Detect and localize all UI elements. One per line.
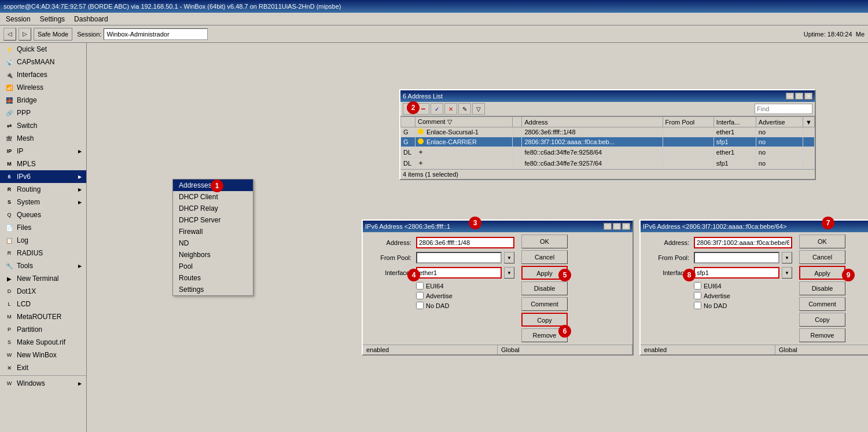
dialog1-copy-btn[interactable]: Copy [521,313,568,327]
dialog2-apply-btn[interactable]: Apply [799,266,845,280]
sidebar-item-new-winbox[interactable]: W New WinBox [0,349,86,361]
comment-button[interactable]: ✎ [458,103,471,115]
forward-button[interactable]: ▷ [19,28,31,41]
dialog1-pool-dropdown[interactable]: ▼ [504,252,514,263]
sidebar-item-dot1x[interactable]: D Dot1X [0,285,86,298]
dialog2-cancel-btn[interactable]: Cancel [799,250,845,264]
dialog1-ok-btn[interactable]: OK [521,235,568,248]
dialog1-nodad-check[interactable] [416,302,424,309]
safe-mode-button[interactable]: Safe Mode [34,28,72,41]
dialog2-iface-input[interactable] [694,267,779,279]
dialog1-close[interactable]: ✕ [622,223,630,230]
dialog2-nodad-check[interactable] [694,302,701,309]
sidebar-item-log[interactable]: 📋 Log [0,234,86,247]
dialog1-pool-input[interactable] [416,252,502,263]
sidebar-item-metarouter[interactable]: M MetaROUTER [0,310,86,323]
dialog2-copy-btn[interactable]: Copy [799,313,845,327]
dialog2-inner: Address: From Pool: ▼ Interface: ▼ [641,232,868,345]
row-advertise: no [756,127,803,137]
table-row[interactable]: DL ✦ fe80::c6ad:34ffe7e:9258/64 ether1 n… [401,147,815,158]
dialog1-remove-btn[interactable]: Remove [521,328,568,342]
sidebar-item-routing[interactable]: R Routing ▶ [0,183,86,196]
sidebar-item-lcd[interactable]: L LCD [0,298,86,310]
dialog2-advertise-check[interactable] [694,292,701,299]
sidebar-item-windows[interactable]: W Windows ▶ [0,377,86,390]
col-advertise[interactable]: Advertise [756,117,803,127]
dialog2-disable-btn[interactable]: Disable [799,281,845,295]
col-interface[interactable]: Interfa... [713,117,756,127]
dropdown-item-firewall[interactable]: Firewall [173,226,253,237]
sidebar-item-exit[interactable]: ✕ Exit [0,361,86,374]
col-address[interactable]: Address [522,117,663,127]
dropdown-item-routes[interactable]: Routes [173,272,253,284]
sidebar-item-bridge[interactable]: 🌉 Bridge [0,94,86,107]
sidebar-item-ipv6[interactable]: 6 IPv6 ▶ [0,170,86,183]
sidebar-item-files[interactable]: 📄 Files [0,221,86,234]
dialog1-minimize[interactable]: ─ [604,223,612,230]
maximize-button[interactable]: □ [795,93,803,100]
dropdown-item-settings[interactable]: Settings [173,284,253,295]
menu-dashboard[interactable]: Dashboard [72,14,111,24]
col-from-pool[interactable]: From Pool [663,117,713,127]
minimize-button[interactable]: ─ [786,93,794,100]
dialog1-address-input[interactable] [416,237,514,248]
session-input[interactable] [104,28,208,40]
search-input[interactable] [755,104,812,114]
dialog2-address-input[interactable] [694,237,792,248]
dropdown-item-dhcp-server[interactable]: DHCP Server [173,214,253,226]
dialog2-pool-dropdown[interactable]: ▼ [782,252,792,263]
dropdown-item-addresses[interactable]: Addresses [173,180,253,191]
sidebar-item-capsman[interactable]: 📡 CAPsMAAN [0,56,86,68]
sidebar-item-new-terminal[interactable]: ▶ New Terminal [0,272,86,285]
sidebar-item-ppp[interactable]: 🔗 PPP [0,107,86,119]
dialog2-remove-btn[interactable]: Remove [799,328,845,342]
sidebar-item-ip[interactable]: IP IP ▶ [0,145,86,158]
dialog2-ok-btn[interactable]: OK [799,235,845,248]
dropdown-item-nd[interactable]: ND [173,237,253,249]
table-row[interactable]: DL ✦ fe80::c6ad:34ffe7e:9257/64 sfp1 no [401,158,815,169]
dropdown-item-pool[interactable]: Pool [173,261,253,272]
sidebar-item-wireless[interactable]: 📶 Wireless [0,81,86,94]
dialog1-advertise-check[interactable] [416,292,424,299]
sidebar-item-switch[interactable]: ⇄ Switch [0,119,86,132]
enable-button[interactable]: ✓ [431,103,443,115]
col-comment[interactable]: Comment ▽ [415,117,513,127]
sidebar-item-make-supout[interactable]: S Make Supout.rif [0,336,86,349]
dialog1-eui64-check[interactable] [416,282,424,290]
sidebar-item-partition[interactable]: P Partition [0,323,86,336]
dialog1-disable-btn[interactable]: Disable [521,281,568,295]
sidebar-item-radius[interactable]: R RADIUS [0,247,86,259]
dialog1-iface-input[interactable] [416,267,502,279]
wireless-icon: 📶 [5,83,14,92]
dropdown-item-dhcp-relay[interactable]: DHCP Relay [173,203,253,214]
dialog1-apply-btn[interactable]: Apply [521,266,568,280]
dialog1-status-enabled: enabled [363,345,498,354]
sidebar-item-system[interactable]: S System ▶ [0,196,86,208]
dialog2-iface-dropdown[interactable]: ▼ [782,267,792,279]
dialog2-comment-btn[interactable]: Comment [799,297,845,311]
sidebar-item-queues[interactable]: Q Queues [0,208,86,221]
dialog1-maximize[interactable]: □ [613,223,621,230]
dialog2-eui64-check[interactable] [694,282,701,290]
disable-button[interactable]: ✕ [444,103,457,115]
dropdown-item-neighbors[interactable]: Neighbors [173,249,253,261]
dropdown-item-dhcp-client[interactable]: DHCP Client [173,191,253,203]
back-button[interactable]: ◁ [3,28,16,41]
remove-button[interactable]: − [417,103,429,115]
close-button[interactable]: ✕ [804,93,812,100]
filter-button[interactable]: ▽ [472,103,485,115]
add-button[interactable]: + [403,103,415,115]
dialog2-pool-input[interactable] [694,252,779,263]
menu-session[interactable]: Session [3,14,33,24]
sidebar-item-tools[interactable]: 🔧 Tools ▶ [0,259,86,272]
sidebar-item-mpls[interactable]: M MPLS [0,158,86,170]
dialog1-comment-btn[interactable]: Comment [521,297,568,311]
sidebar-item-interfaces[interactable]: 🔌 Interfaces [0,68,86,81]
sidebar-item-mesh[interactable]: 🕸 Mesh [0,132,86,145]
dialog1-iface-dropdown[interactable]: ▼ [504,267,514,279]
menu-settings[interactable]: Settings [38,14,67,24]
table-row[interactable]: G Enlace-Sucursal-1 2806:3e6:ffff::1/48 … [401,127,815,137]
sidebar-item-quick-set[interactable]: ⚡ Quick Set [0,43,86,56]
table-row[interactable]: G Enlace-CARRIER 2806:3f7:1002:aaaa::f0c… [401,137,815,147]
dialog1-cancel-btn[interactable]: Cancel [521,250,568,264]
